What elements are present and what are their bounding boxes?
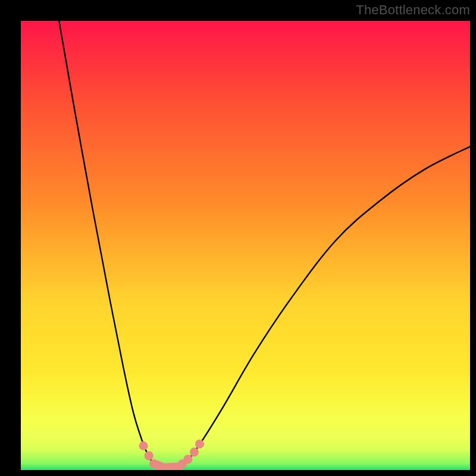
chart-container: TheBottleneck.com [0, 0, 476, 476]
marker-dot [139, 441, 148, 450]
marker-dot [190, 447, 199, 456]
plot-area [21, 21, 470, 470]
marker-dot [183, 455, 192, 464]
gradient-background [21, 21, 470, 470]
marker-capsule [165, 467, 179, 468]
watermark-text: TheBottleneck.com [356, 2, 470, 18]
marker-dot [145, 451, 154, 460]
chart-svg [21, 21, 470, 470]
marker-dot [195, 440, 204, 449]
